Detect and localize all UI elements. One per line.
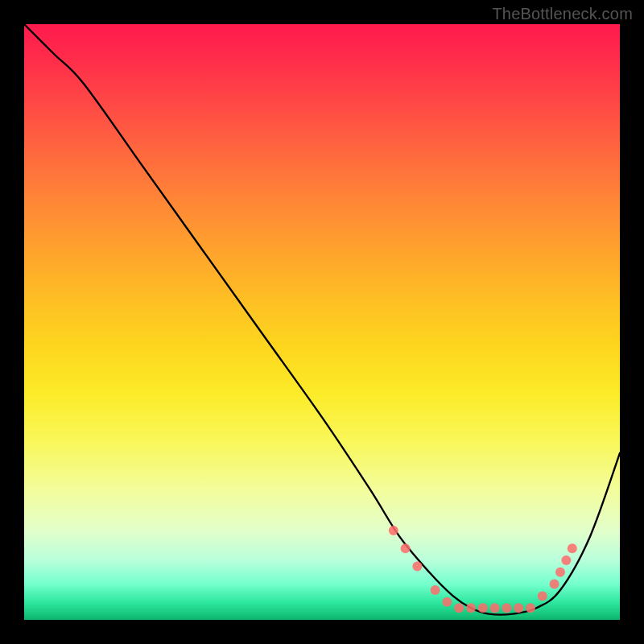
highlight-point bbox=[412, 561, 422, 571]
highlight-point bbox=[561, 555, 571, 565]
curve-svg bbox=[24, 24, 620, 620]
highlight-point bbox=[431, 585, 440, 595]
highlight-point bbox=[550, 580, 559, 589]
chart-frame: TheBottleneck.com bbox=[0, 0, 644, 644]
highlight-point bbox=[490, 603, 500, 613]
bottleneck-curve bbox=[24, 24, 620, 615]
highlight-point bbox=[514, 603, 523, 613]
highlight-point bbox=[538, 591, 547, 601]
highlight-point bbox=[502, 603, 511, 613]
highlight-point bbox=[401, 543, 411, 553]
watermark-text: TheBottleneck.com bbox=[492, 5, 633, 23]
highlight-points bbox=[389, 526, 577, 613]
highlight-point bbox=[389, 526, 398, 535]
highlight-point bbox=[568, 543, 577, 553]
highlight-point bbox=[442, 597, 452, 607]
highlight-point bbox=[526, 603, 535, 613]
highlight-point bbox=[555, 568, 565, 577]
highlight-point bbox=[466, 603, 476, 613]
highlight-point bbox=[454, 603, 464, 613]
highlight-point bbox=[478, 603, 488, 613]
plot-area bbox=[24, 24, 620, 620]
